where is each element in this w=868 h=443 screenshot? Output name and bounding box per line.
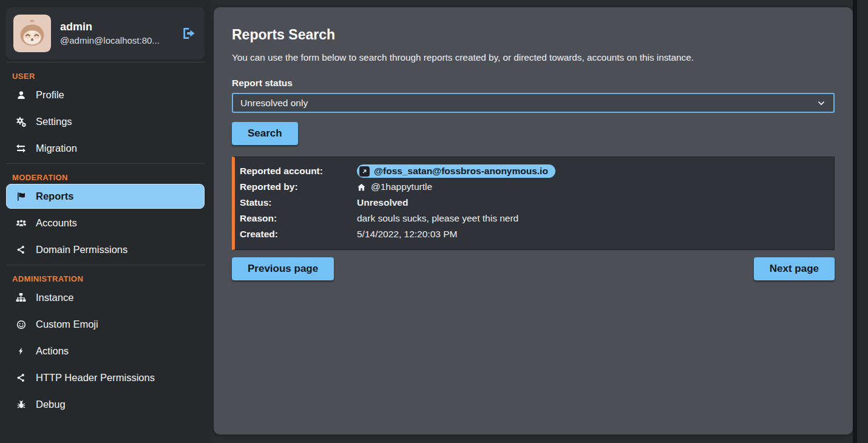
sidebar-divider — [6, 163, 205, 164]
share-nodes-icon — [15, 373, 27, 382]
section-label-user: USER — [12, 72, 198, 81]
sidebar-item-custom-emoji[interactable]: Custom Emoji — [6, 312, 205, 337]
user-handle: @admin@localhost:80... — [60, 35, 160, 47]
report-card[interactable]: Reported account: @foss_satan@fossbros-a… — [232, 157, 835, 250]
report-status-label: Report status — [232, 78, 835, 89]
bolt-icon — [15, 347, 27, 356]
section-label-administration: ADMINISTRATION — [12, 274, 198, 283]
sidebar-item-domain-permissions[interactable]: Domain Permissions — [6, 237, 205, 262]
smile-icon — [15, 320, 27, 330]
sidebar-item-label: Settings — [36, 116, 72, 127]
user-name: admin — [60, 20, 160, 34]
sidebar-divider — [6, 62, 205, 63]
report-status-select[interactable]: Unresolved only — [232, 93, 835, 113]
report-row-label: Reason: — [240, 213, 357, 224]
report-row-label: Reported by: — [240, 181, 357, 192]
sidebar-item-label: Actions — [36, 345, 69, 357]
report-row-label: Created: — [240, 229, 357, 240]
main-area: Reports Search You can use the form belo… — [211, 0, 868, 443]
report-row: Reported by: @1happyturtle — [240, 179, 827, 195]
external-link-icon — [359, 166, 370, 177]
sidebar: admin @admin@localhost:80... USER Profil… — [0, 0, 211, 443]
sidebar-item-label: HTTP Header Permissions — [36, 372, 155, 384]
flag-icon — [15, 192, 27, 201]
sidebar-item-accounts[interactable]: Accounts — [6, 211, 205, 235]
page-description: You can use the form below to search thr… — [232, 52, 835, 63]
report-row: Created: 5/14/2022, 12:20:03 PM — [240, 226, 827, 242]
user-icon — [15, 90, 27, 100]
sidebar-item-reports[interactable]: Reports — [6, 184, 205, 209]
sidebar-divider — [6, 265, 205, 265]
avatar — [13, 15, 51, 52]
bug-icon — [15, 400, 27, 410]
sidebar-item-label: Instance — [36, 292, 73, 303]
reported-by-handle: @1happyturtle — [371, 181, 432, 192]
sidebar-item-settings[interactable]: Settings — [6, 109, 205, 134]
users-icon — [15, 218, 27, 229]
logout-button[interactable] — [181, 26, 196, 41]
report-row: Status: Unresolved — [240, 195, 827, 211]
report-created-value: 5/14/2022, 12:20:03 PM — [357, 229, 827, 240]
reports-search-panel: Reports Search You can use the form belo… — [214, 7, 853, 435]
report-row: Reported account: @foss_satan@fossbros-a… — [240, 163, 827, 179]
share-nodes-icon — [15, 245, 27, 254]
reported-account-link[interactable]: @foss_satan@fossbros-anonymous.io — [357, 164, 555, 178]
previous-page-button[interactable]: Previous page — [232, 257, 334, 280]
sign-out-icon — [181, 26, 196, 41]
gears-icon — [15, 117, 27, 127]
sidebar-item-label: Custom Emoji — [36, 319, 98, 330]
sidebar-item-label: Accounts — [36, 217, 77, 229]
next-page-button[interactable]: Next page — [754, 257, 835, 280]
sidebar-item-actions[interactable]: Actions — [6, 339, 205, 364]
user-card[interactable]: admin @admin@localhost:80... — [6, 7, 205, 59]
report-row-label: Reported account: — [240, 166, 357, 177]
sidebar-item-profile[interactable]: Profile — [6, 83, 205, 107]
sidebar-item-label: Reports — [36, 191, 73, 202]
sitemap-icon — [15, 293, 27, 303]
search-button[interactable]: Search — [232, 122, 298, 145]
report-row: Reason: dark souls sucks, please yeet th… — [240, 211, 827, 226]
report-status-value: Unresolved — [357, 197, 827, 208]
chevron-down-icon — [816, 98, 826, 108]
sidebar-item-debug[interactable]: Debug — [6, 392, 205, 417]
report-reason-value: dark souls sucks, please yeet this nerd — [357, 213, 827, 224]
sidebar-item-label: Profile — [36, 89, 64, 101]
report-status-selected-value: Unresolved only — [240, 98, 816, 109]
exchange-icon — [15, 143, 27, 154]
scrollbar-track[interactable] — [853, 0, 868, 443]
section-label-moderation: MODERATION — [12, 173, 198, 182]
sidebar-item-migration[interactable]: Migration — [6, 136, 205, 161]
report-row-label: Status: — [240, 197, 357, 208]
reported-account-handle: @foss_satan@fossbros-anonymous.io — [374, 166, 548, 177]
home-icon — [357, 183, 366, 192]
sidebar-item-label: Debug — [36, 399, 66, 410]
sidebar-item-http-header-permissions[interactable]: HTTP Header Permissions — [6, 365, 205, 390]
sidebar-item-label: Migration — [36, 143, 77, 154]
sidebar-item-label: Domain Permissions — [36, 244, 127, 255]
pagination: Previous page Next page — [232, 257, 835, 280]
sidebar-item-instance[interactable]: Instance — [6, 285, 205, 310]
page-title: Reports Search — [232, 27, 835, 43]
